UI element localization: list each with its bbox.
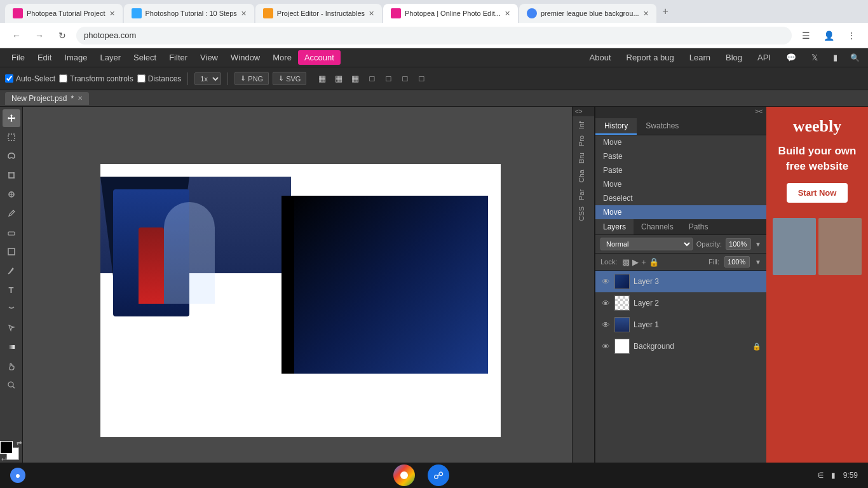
tab-close-5[interactable]: ✕: [643, 10, 649, 18]
side-label-bru[interactable]: Bru: [574, 150, 593, 166]
tool-heal[interactable]: [3, 186, 20, 203]
tab-paths[interactable]: Paths: [681, 219, 716, 234]
lock-position-icon[interactable]: ▶: [632, 257, 639, 267]
menu-edit[interactable]: Edit: [31, 50, 58, 65]
more-transform-icon[interactable]: □: [414, 72, 428, 86]
back-button[interactable]: ←: [8, 27, 25, 44]
layer-visibility-1[interactable]: 👁: [600, 320, 611, 330]
menu-account[interactable]: Account: [298, 50, 341, 65]
tool-gradient[interactable]: [3, 338, 20, 356]
tool-crop[interactable]: [3, 166, 20, 184]
menu-image[interactable]: Image: [58, 50, 93, 65]
menu-window[interactable]: Window: [224, 50, 266, 65]
opacity-input[interactable]: [726, 238, 751, 250]
tab-1[interactable]: Photopea Tutorial Project ✕: [5, 4, 123, 23]
extensions-button[interactable]: ☰: [797, 27, 815, 44]
layer-visibility-2[interactable]: 👁: [600, 299, 611, 308]
side-label-cha[interactable]: Cha: [574, 167, 593, 185]
align-left-icon[interactable]: ▦: [315, 72, 329, 86]
side-label-css[interactable]: CSS: [574, 204, 593, 224]
tab-swatches[interactable]: Swatches: [637, 118, 688, 135]
tab-layers[interactable]: Layers: [595, 219, 634, 234]
side-label-par[interactable]: Par: [574, 187, 593, 203]
swap-colors-icon[interactable]: ⇄: [17, 440, 22, 447]
canvas-area[interactable]: [23, 107, 572, 488]
export-svg-button[interactable]: ⇓ SVG: [273, 72, 306, 85]
align-center-icon[interactable]: ▦: [332, 72, 346, 86]
menu-learn[interactable]: Learn: [683, 50, 717, 65]
tool-zoom[interactable]: [3, 376, 20, 394]
history-item-1[interactable]: Move: [595, 135, 766, 149]
tab-history[interactable]: History: [595, 118, 637, 135]
tool-eraser[interactable]: [3, 224, 20, 241]
tool-move[interactable]: [3, 109, 20, 127]
tab-5[interactable]: premier league blue backgrou... ✕: [519, 4, 656, 23]
menu-twitter[interactable]: 𝕏: [805, 50, 824, 65]
tool-text[interactable]: T: [3, 281, 20, 299]
menu-filter[interactable]: Filter: [163, 50, 194, 65]
tool-hand[interactable]: [3, 357, 20, 375]
tool-brush[interactable]: [3, 205, 20, 222]
layer-item-bg[interactable]: 👁 Background 🔒: [595, 336, 766, 357]
menu-about[interactable]: About: [583, 50, 618, 65]
layer-visibility-bg[interactable]: 👁: [600, 342, 611, 351]
reload-button[interactable]: ↻: [53, 27, 71, 44]
export-png-button[interactable]: ⇓ PNG: [234, 72, 269, 85]
menu-select[interactable]: Select: [127, 50, 163, 65]
side-label-inf[interactable]: Inf: [574, 119, 593, 132]
menu-blog[interactable]: Blog: [719, 50, 749, 65]
chrome-taskbar-icon[interactable]: [393, 464, 415, 486]
tab-close-3[interactable]: ✕: [369, 10, 374, 18]
reset-colors-icon[interactable]: ↩: [1, 456, 6, 463]
panel-expand-right[interactable]: ><: [755, 108, 763, 117]
tool-pen[interactable]: [3, 262, 20, 280]
tab-channels[interactable]: Channels: [634, 219, 681, 234]
menu-file[interactable]: File: [5, 50, 31, 65]
ad-cta-button[interactable]: Start Now: [787, 183, 848, 203]
fill-arrow[interactable]: ▼: [755, 259, 761, 266]
fill-input[interactable]: [724, 256, 750, 268]
menu-report-bug[interactable]: Report a bug: [620, 50, 681, 65]
menu-view[interactable]: View: [194, 50, 224, 65]
search-button[interactable]: 🔍: [846, 50, 863, 66]
distribute-icon[interactable]: □: [381, 72, 395, 86]
tool-path-select[interactable]: [3, 319, 20, 337]
history-item-2[interactable]: Paste: [595, 149, 766, 163]
more-button[interactable]: ⋮: [843, 27, 860, 44]
tab-4[interactable]: Photopea | Online Photo Edit... ✕: [383, 4, 518, 23]
lock-artboard-icon[interactable]: +: [641, 257, 646, 267]
tool-shape[interactable]: [3, 243, 20, 261]
auto-select-checkbox[interactable]: Auto-Select: [5, 74, 55, 83]
transform-controls-checkbox[interactable]: Transform controls: [59, 74, 133, 83]
transform-icon[interactable]: □: [365, 72, 379, 86]
lock-all-icon[interactable]: 🔒: [649, 257, 659, 267]
history-item-4[interactable]: Move: [595, 177, 766, 191]
history-item-5[interactable]: Deselect: [595, 191, 766, 205]
menu-facebook[interactable]: ▮: [827, 50, 844, 65]
files-taskbar-icon[interactable]: ☍: [428, 464, 449, 486]
history-item-6[interactable]: Move: [595, 205, 766, 219]
layer-item-1[interactable]: 👁 Layer 1: [595, 314, 766, 336]
menu-reddit[interactable]: 💬: [780, 50, 803, 65]
lock-pixels-icon[interactable]: ▩: [622, 257, 630, 267]
tab-3[interactable]: Project Editor - Instructables ✕: [255, 4, 382, 23]
opacity-arrow[interactable]: ▼: [755, 241, 761, 248]
history-item-3[interactable]: Paste: [595, 163, 766, 177]
layer-visibility-3[interactable]: 👁: [600, 277, 611, 287]
menu-more[interactable]: More: [266, 50, 298, 65]
blend-mode-select[interactable]: Normal: [600, 238, 693, 250]
menu-api[interactable]: API: [751, 50, 777, 65]
tab-close-4[interactable]: ✕: [505, 10, 510, 18]
foreground-color-swatch[interactable]: [0, 441, 13, 454]
arrange-icon[interactable]: □: [398, 72, 412, 86]
doc-tab[interactable]: New Project.psd * ✕: [5, 92, 89, 105]
align-right-icon[interactable]: ▦: [348, 72, 362, 86]
tab-2[interactable]: Photoshop Tutorial : 10 Steps ✕: [124, 4, 254, 23]
forward-button[interactable]: →: [31, 27, 48, 44]
tool-lasso[interactable]: [3, 147, 20, 165]
start-icon[interactable]: ●: [10, 468, 25, 483]
profile-button[interactable]: 👤: [820, 27, 837, 44]
tool-smudge[interactable]: [3, 300, 20, 318]
layer-item-2[interactable]: 👁 Layer 2: [595, 292, 766, 314]
tool-marquee[interactable]: [3, 128, 20, 146]
